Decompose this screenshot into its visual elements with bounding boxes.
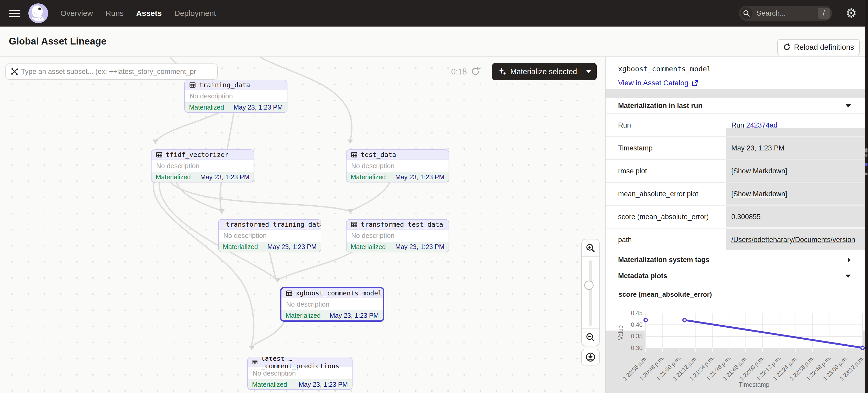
metadata-link[interactable]: [Show Markdown]: [731, 167, 787, 175]
nav-item-overview[interactable]: Overview: [60, 9, 93, 18]
table-icon: [351, 151, 358, 158]
svg-text:Timestamp: Timestamp: [739, 381, 770, 388]
svg-text:0.35: 0.35: [631, 333, 643, 340]
asset-node-footer: Materialized May 23, 1:23 PM: [219, 242, 321, 252]
asset-node-footer: Materialized May 23, 1:23 PM: [346, 242, 448, 252]
asset-node-transformed_training_data[interactable]: transformed_training_data No description…: [218, 219, 321, 252]
asset-graph-icon: [10, 67, 19, 76]
refresh-icon: [783, 43, 791, 51]
data-point[interactable]: [644, 318, 648, 322]
table-icon: [252, 359, 258, 366]
scrollbar-fragment: [865, 149, 867, 153]
asset-description: No description: [346, 230, 448, 242]
view-in-asset-catalog-link[interactable]: View in Asset Catalog: [618, 79, 698, 87]
svg-text:Value: Value: [617, 325, 624, 340]
table-icon: [351, 221, 358, 228]
data-point[interactable]: [861, 346, 864, 350]
asset-subset-input[interactable]: [21, 68, 217, 76]
zoom-out-button[interactable]: [582, 328, 599, 346]
asset-node-header: transformed_test_data: [346, 220, 448, 230]
asset-name: transformed_training_data: [226, 221, 321, 228]
global-search[interactable]: /: [739, 6, 832, 21]
run-value: Run 242374ad: [731, 121, 777, 129]
materialized-timestamp[interactable]: May 23, 1:23 PM: [234, 104, 283, 111]
selection-highlight: [726, 128, 865, 136]
data-point[interactable]: [683, 318, 686, 322]
asset-node-footer: Materialized May 23, 1:23 PM: [346, 172, 448, 182]
materialized-status: Materialized: [351, 243, 386, 251]
page-title: Global Asset Lineage: [9, 36, 106, 47]
nav-item-runs[interactable]: Runs: [105, 9, 124, 18]
chevron-right-icon: [848, 257, 851, 263]
asset-node-training_data[interactable]: training_data No description Materialize…: [184, 79, 287, 113]
table-icon: [286, 290, 292, 297]
asset-name: tfidf_vectorizer: [166, 151, 228, 159]
scrollbar-fragment: [865, 172, 867, 175]
asset-node-test_data[interactable]: test_data No description Materialized Ma…: [346, 150, 449, 183]
asset-description: No description: [281, 298, 383, 310]
scrollbar-fragment: [865, 163, 867, 166]
metadata-label: mean_absolute_error plot: [606, 183, 724, 205]
asset-node-tfidf_vectorizer[interactable]: tfidf_vectorizer No description Material…: [151, 150, 254, 183]
asset-node-transformed_test_data[interactable]: transformed_test_data No description Mat…: [346, 219, 449, 252]
section-materialization-last-run[interactable]: Materialization in last run: [606, 98, 865, 114]
materialized-timestamp[interactable]: May 23, 1:23 PM: [395, 243, 444, 251]
asset-description: No description: [152, 160, 254, 172]
reload-definitions-button[interactable]: Reload definitions: [777, 39, 860, 55]
metadata-row-path: path /Users/odetteharary/Documents/versi…: [606, 229, 865, 252]
asset-name: transformed_test_data: [361, 221, 443, 228]
asset-subset-filter[interactable]: [5, 64, 218, 79]
metadata-label: rmse plot: [606, 160, 724, 182]
asset-details-panel: xgboost_comments_model View in Asset Cat…: [605, 57, 865, 393]
materialize-selected-button[interactable]: Materialize selected: [492, 63, 597, 80]
page-header: Global Asset Lineage Reload definitions: [0, 27, 868, 57]
materialize-dropdown-caret[interactable]: [586, 70, 591, 73]
settings-gear-icon[interactable]: ⚙: [846, 5, 857, 22]
materialized-status: Materialized: [351, 173, 386, 181]
asset-node-header: training_data: [185, 80, 287, 90]
asset-node-latest__comment_predictions[interactable]: latest_…_comment_predictions No descript…: [247, 357, 352, 390]
score-metadata-plot: score (mean_absolute_error)0.450.400.350…: [606, 284, 865, 393]
metadata-link[interactable]: [Show Markdown]: [731, 190, 787, 198]
nav-item-deployment[interactable]: Deployment: [174, 9, 216, 18]
circle-arrow-down-icon: [585, 352, 596, 362]
menu-icon[interactable]: [9, 8, 20, 19]
asset-node-xgboost_comments_model[interactable]: xgboost_comments_model No description Ma…: [280, 287, 384, 322]
refresh-icon[interactable]: [471, 66, 480, 76]
asset-node-header: tfidf_vectorizer: [152, 150, 254, 160]
materialized-timestamp[interactable]: May 23, 1:23 PM: [395, 173, 444, 181]
nav-links: Overview Runs Assets Deployment: [60, 9, 216, 18]
nav-item-assets[interactable]: Assets: [136, 9, 162, 18]
materialized-timestamp[interactable]: May 23, 1:23 PM: [200, 173, 249, 181]
magnifier-plus-icon: [586, 243, 595, 253]
svg-text:0.45: 0.45: [631, 310, 643, 317]
materialized-timestamp[interactable]: May 23, 1:23 PM: [268, 243, 317, 251]
zoom-slider-track[interactable]: [589, 260, 592, 326]
download-view-button[interactable]: [581, 349, 599, 365]
run-id-link[interactable]: 242374ad: [746, 121, 777, 129]
section-metadata-plots[interactable]: Metadata plots: [606, 268, 865, 284]
asset-node-footer: Materialized May 23, 1:23 PM: [281, 310, 383, 320]
metadata-link[interactable]: /Users/odetteharary/Documents/version: [731, 236, 855, 244]
materialized-timestamp[interactable]: May 23, 1:23 PM: [330, 312, 379, 319]
svg-text:0.40: 0.40: [631, 321, 643, 328]
chevron-down-icon: [846, 104, 851, 107]
metadata-row-score-mean-absolute-error-: score (mean_absolute_error) 0.300855: [606, 206, 865, 229]
metadata-value: 0.300855: [731, 213, 761, 221]
asset-name: latest_…_comment_predictions: [261, 357, 352, 370]
metadata-label: path: [606, 229, 724, 251]
svg-text:0.30: 0.30: [631, 345, 643, 351]
asset-description: No description: [346, 160, 448, 172]
table-icon: [156, 151, 163, 158]
external-link-icon: [691, 79, 698, 87]
zoom-in-button[interactable]: [582, 239, 599, 257]
search-input[interactable]: [756, 9, 818, 18]
dagster-logo-icon[interactable]: [28, 3, 49, 24]
materialization-metadata-table: Run Run 242374adTimestamp May 23, 1:23 P…: [606, 114, 865, 252]
metadata-row-timestamp: Timestamp May 23, 1:23 PM: [606, 137, 865, 160]
asset-lineage-canvas[interactable]: training_data No description Materialize…: [0, 57, 605, 393]
section-materialization-system-tags[interactable]: Materialization system tags: [606, 252, 865, 267]
materialized-timestamp[interactable]: May 23, 1:23 PM: [299, 381, 348, 388]
window-edge-scrollbar[interactable]: [865, 0, 868, 393]
zoom-slider-handle[interactable]: [584, 281, 594, 290]
